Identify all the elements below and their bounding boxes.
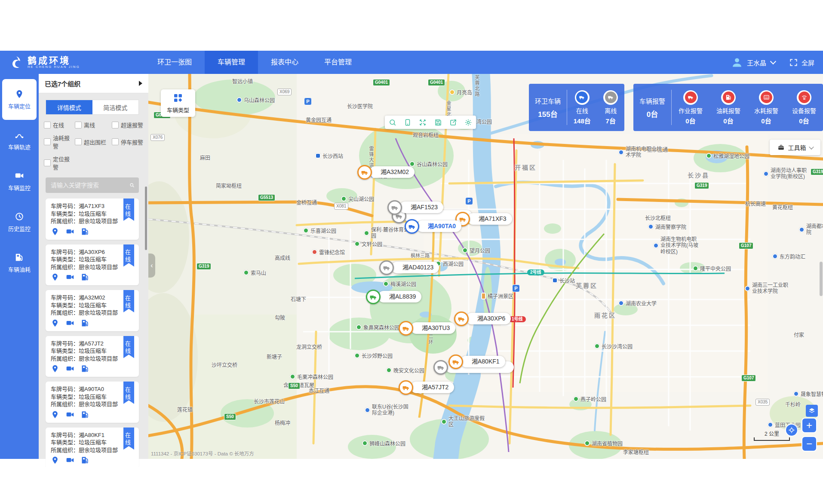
- user-name[interactable]: 王水晶: [747, 58, 766, 67]
- nav-menu-item[interactable]: 平台管理: [311, 51, 365, 74]
- filter-checkbox[interactable]: 超速报警: [112, 121, 146, 129]
- user-avatar-icon[interactable]: [731, 56, 743, 68]
- vehicle-marker-circle[interactable]: [454, 312, 469, 326]
- nav-menu-item[interactable]: 报表中心: [258, 51, 311, 74]
- locate-button[interactable]: [785, 424, 798, 437]
- vehicle-card[interactable]: 车牌号码：湘A32M02 车辆类型：垃圾压缩车 所属组织：厨余垃圾项目部 在线: [46, 290, 139, 331]
- checkbox-icon[interactable]: [75, 138, 82, 145]
- brand-logo[interactable]: 鹤成环境 HE CHENG HUAN JING: [0, 55, 108, 70]
- vehicle-card[interactable]: 车牌号码：湘A30XP6 车辆类型：垃圾压缩车 所属组织：厨余垃圾项目部 在线: [46, 244, 139, 286]
- fullscreen-icon[interactable]: [789, 58, 798, 67]
- fuel-vehicle-icon[interactable]: [81, 364, 89, 373]
- checkbox-icon[interactable]: [112, 122, 119, 128]
- filter-checkbox[interactable]: 油耗报警: [44, 134, 75, 150]
- vehicle-marker-circle[interactable]: [405, 219, 419, 234]
- fuel-vehicle-icon[interactable]: [81, 273, 89, 281]
- vehicle-type-button[interactable]: 车辆类型: [161, 89, 195, 117]
- rail-item[interactable]: 车辆油耗: [0, 242, 39, 283]
- fullscreen-label[interactable]: 全屏: [802, 58, 814, 67]
- vehicle-marker-label[interactable]: 湘A71XF3: [467, 213, 512, 225]
- map-tool-icon[interactable]: [404, 119, 412, 126]
- rail-item[interactable]: 车辆定位: [2, 79, 37, 120]
- vehicle-marker-circle[interactable]: [379, 260, 394, 275]
- alarm-stat[interactable]: 作业报警 0台: [679, 90, 703, 125]
- filter-checkbox[interactable]: 超出围栏: [75, 134, 112, 150]
- vehicle-marker-label[interactable]: 湘A57JT2: [411, 382, 454, 393]
- checkbox-icon[interactable]: [44, 138, 51, 145]
- vehicle-marker-circle[interactable]: [399, 380, 413, 395]
- monitor-vehicle-icon[interactable]: [66, 410, 74, 419]
- alarm-stat[interactable]: 设备报警 0台: [792, 90, 816, 125]
- vehicle-marker-circle[interactable]: [448, 354, 463, 369]
- map-tool-icon[interactable]: [389, 119, 396, 126]
- vehicle-card[interactable]: 车牌号码：湘A90TA0 车辆类型：垃圾压缩车 所属组织：厨余垃圾项目部 在线: [46, 382, 139, 423]
- checkbox-icon[interactable]: [44, 122, 51, 128]
- rail-item[interactable]: 历史监控: [0, 202, 39, 242]
- locate-vehicle-icon[interactable]: [51, 273, 59, 281]
- vehicle-marker-circle[interactable]: [433, 360, 448, 375]
- filter-checkbox[interactable]: 在线: [44, 121, 75, 129]
- vehicle-card[interactable]: 车牌号码：湘A80KF1 车辆类型：垃圾压缩车 所属组织：厨余垃圾项目部 在线: [46, 428, 139, 467]
- vehicle-marker-label[interactable]: 湘AL8839: [378, 291, 421, 302]
- locate-vehicle-icon[interactable]: [51, 227, 59, 236]
- expand-right-icon[interactable]: [139, 81, 142, 86]
- vehicle-card[interactable]: 车牌号码：湘A57JT2 车辆类型：垃圾压缩车 所属组织：厨余垃圾项目部 在线: [46, 336, 139, 377]
- rail-item[interactable]: 车辆轨迹: [0, 120, 39, 161]
- locate-vehicle-icon[interactable]: [51, 319, 59, 327]
- toolbox-button[interactable]: 工具箱: [770, 140, 820, 155]
- page-scrollbar-thumb[interactable]: [820, 262, 823, 296]
- vehicle-marker-label[interactable]: 湘A30TU3: [411, 322, 455, 334]
- online-stat[interactable]: 在线 148台: [574, 90, 591, 125]
- vehicle-marker-label[interactable]: 湘A80KF1: [461, 356, 505, 367]
- mode-tab[interactable]: 简洁模式: [92, 100, 139, 114]
- locate-vehicle-icon[interactable]: [51, 364, 59, 373]
- alarm-stat[interactable]: 油耗报警 0台: [716, 90, 740, 125]
- monitor-vehicle-icon[interactable]: [66, 227, 74, 236]
- vehicle-marker-label[interactable]: 湘A30XP6: [466, 313, 511, 324]
- checkbox-icon[interactable]: [44, 159, 51, 166]
- filter-checkbox[interactable]: 离线: [75, 121, 112, 129]
- fuel-vehicle-icon[interactable]: [81, 319, 89, 327]
- vehicle-marker-circle[interactable]: [357, 165, 372, 180]
- locate-vehicle-icon[interactable]: [51, 456, 59, 464]
- checkbox-icon[interactable]: [112, 138, 119, 145]
- map-canvas[interactable]: 智远小镇 乌山森林公园 长沙医学院 月亮岛 银星湾公园: [148, 74, 823, 459]
- panel-scrollbar[interactable]: [145, 186, 147, 250]
- search-icon[interactable]: [129, 181, 135, 189]
- offline-stat[interactable]: 离线 7台: [603, 90, 618, 125]
- layers-button[interactable]: [806, 405, 818, 417]
- nav-menu-item[interactable]: 环卫一张图: [144, 51, 205, 74]
- nav-menu-item[interactable]: 车辆管理: [205, 51, 258, 74]
- filter-checkbox[interactable]: 定位报警: [44, 155, 75, 171]
- vehicle-marker-circle[interactable]: [366, 290, 381, 304]
- chevron-down-icon[interactable]: [770, 58, 776, 64]
- vehicle-marker-label[interactable]: 湘A32M02: [369, 166, 415, 178]
- checkbox-icon[interactable]: [75, 122, 82, 128]
- vehicle-card[interactable]: 车牌号码：湘A71XF3 车辆类型：垃圾压缩车 所属组织：厨余垃圾项目部 在线: [46, 199, 139, 240]
- rail-item[interactable]: 车辆监控: [0, 161, 39, 202]
- vehicle-marker-label[interactable]: 湘A90TA0: [417, 220, 461, 232]
- fuel-vehicle-icon[interactable]: [81, 456, 89, 464]
- search-input[interactable]: [50, 181, 129, 189]
- monitor-vehicle-icon[interactable]: [66, 273, 74, 281]
- fuel-vehicle-icon[interactable]: [81, 227, 89, 236]
- vehicle-marker-label[interactable]: 湘AD40123: [391, 262, 439, 273]
- mode-tab[interactable]: 详情模式: [46, 100, 92, 114]
- vehicle-marker-label[interactable]: 湘AF1523: [399, 202, 443, 213]
- map-tool-icon[interactable]: [449, 119, 457, 126]
- monitor-vehicle-icon[interactable]: [66, 456, 74, 464]
- filter-checkbox[interactable]: 停车报警: [112, 134, 146, 150]
- vehicle-marker-circle[interactable]: [387, 200, 402, 215]
- monitor-vehicle-icon[interactable]: [66, 364, 74, 373]
- monitor-vehicle-icon[interactable]: [66, 319, 74, 327]
- collapse-panel-handle[interactable]: [148, 254, 155, 278]
- alarm-stat[interactable]: 水耗报警 0台: [754, 90, 778, 125]
- fuel-vehicle-icon[interactable]: [81, 410, 89, 419]
- map-tool-icon[interactable]: [434, 119, 442, 126]
- zoom-out-button[interactable]: −: [802, 436, 817, 452]
- map-tool-icon[interactable]: [419, 119, 427, 126]
- vehicle-marker-circle[interactable]: [399, 321, 413, 336]
- map-tool-icon[interactable]: [464, 119, 472, 126]
- locate-vehicle-icon[interactable]: [51, 410, 59, 419]
- zoom-in-button[interactable]: +: [802, 418, 817, 433]
